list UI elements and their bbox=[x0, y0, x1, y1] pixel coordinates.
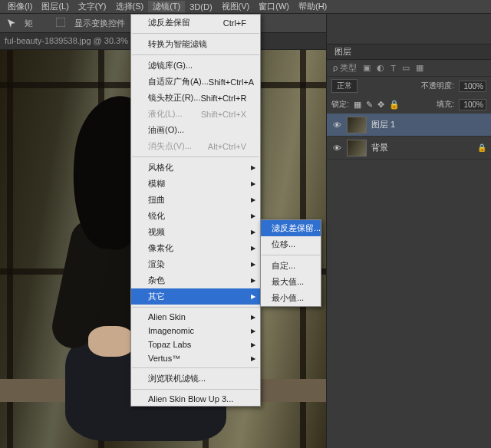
menu-select[interactable]: 选择(S) bbox=[111, 1, 149, 12]
collapsed-panel[interactable] bbox=[327, 14, 491, 44]
filter-other-submenu: 滤反差保留... 位移... 自定... 最大值... 最小值... bbox=[260, 219, 321, 307]
menu-separator bbox=[132, 367, 259, 368]
menu-3d[interactable]: 3D(D) bbox=[185, 2, 216, 12]
checkbox-icon[interactable] bbox=[56, 18, 67, 28]
menubar: 图像(I) 图层(L) 文字(Y) 选择(S) 滤镜(T) 3D(D) 视图(V… bbox=[0, 0, 491, 14]
show-transform-label: 显示变换控件 bbox=[74, 18, 125, 29]
layers-list: 👁 图层 1 👁 背景 🔒 bbox=[327, 114, 491, 160]
other-custom[interactable]: 自定... bbox=[261, 258, 321, 274]
menu-help[interactable]: 帮助(H) bbox=[294, 1, 331, 12]
lock-transparent-icon[interactable]: ▦ bbox=[354, 100, 361, 110]
menu-image[interactable]: 图像(I) bbox=[3, 1, 37, 12]
svg-rect-0 bbox=[56, 18, 65, 27]
filter-other[interactable]: 其它 bbox=[131, 288, 260, 305]
lock-all-icon[interactable]: 🔒 bbox=[389, 100, 400, 110]
layers-panel-title: 图层 bbox=[334, 46, 351, 58]
menu-view[interactable]: 视图(V) bbox=[217, 1, 255, 12]
layers-panel: 图层 ρ 类型 ▣ ◐ T ▭ ▦ 正常 不透明度: 100% 锁定: ▦ ✎ … bbox=[327, 44, 491, 448]
lock-label: 锁定: bbox=[331, 99, 349, 110]
filter-imagenomic[interactable]: Imagenomic bbox=[131, 324, 260, 338]
filter-last[interactable]: 滤反差保留Ctrl+F bbox=[131, 15, 260, 31]
visibility-eye-icon[interactable]: 👁 bbox=[331, 120, 342, 130]
menu-type[interactable]: 文字(Y) bbox=[74, 1, 111, 12]
filter-adjust-icon[interactable]: ◐ bbox=[377, 63, 384, 73]
blend-opacity-row: 正常 不透明度: 100% bbox=[327, 77, 491, 95]
filter-pixel-icon[interactable]: ▣ bbox=[363, 63, 371, 73]
tool-preset-label: 矩 bbox=[25, 18, 33, 29]
layers-filter-row: ρ 类型 ▣ ◐ T ▭ ▦ bbox=[327, 60, 491, 77]
layer-name[interactable]: 背景 bbox=[371, 142, 388, 153]
filter-type-icon[interactable]: T bbox=[390, 64, 396, 73]
right-panel-column: 图层 ρ 类型 ▣ ◐ T ▭ ▦ 正常 不透明度: 100% 锁定: ▦ ✎ … bbox=[326, 14, 491, 448]
menu-filter[interactable]: 滤镜(T) bbox=[148, 1, 185, 12]
filter-smart-icon[interactable]: ▦ bbox=[416, 63, 423, 73]
layer-thumbnail[interactable] bbox=[347, 117, 367, 133]
lock-pixels-icon[interactable]: ✎ bbox=[366, 100, 373, 110]
filter-vanishing-point: 消失点(V)...Alt+Ctrl+V bbox=[131, 138, 260, 154]
filter-browse-online[interactable]: 浏览联机滤镜... bbox=[131, 371, 260, 387]
menu-separator bbox=[262, 255, 320, 255]
menu-separator bbox=[132, 156, 259, 157]
menu-separator bbox=[132, 307, 259, 308]
filter-vertus[interactable]: Vertus™ bbox=[131, 351, 260, 365]
filter-alien-skin[interactable]: Alien Skin bbox=[131, 310, 260, 324]
filter-noise[interactable]: 杂色 bbox=[131, 272, 260, 288]
filter-blur[interactable]: 模糊 bbox=[131, 176, 260, 192]
filter-oil-paint[interactable]: 油画(O)... bbox=[131, 122, 260, 138]
filter-render[interactable]: 渲染 bbox=[131, 256, 260, 272]
lock-icon: 🔒 bbox=[477, 143, 486, 152]
other-high-pass[interactable]: 滤反差保留... bbox=[261, 220, 321, 236]
blend-mode-select[interactable]: 正常 bbox=[331, 79, 358, 93]
filter-lens-correction[interactable]: 镜头校正(R)...Shift+Ctrl+R bbox=[131, 90, 260, 106]
filter-stylize[interactable]: 风格化 bbox=[131, 160, 260, 176]
move-tool-icon bbox=[6, 18, 17, 28]
filter-blowup3[interactable]: Alien Skin Blow Up 3... bbox=[131, 392, 260, 406]
fill-label: 填充: bbox=[437, 99, 454, 110]
other-offset[interactable]: 位移... bbox=[261, 236, 321, 252]
other-minimum[interactable]: 最小值... bbox=[261, 290, 321, 306]
filter-liquify: 液化(L)...Shift+Ctrl+X bbox=[131, 106, 260, 122]
filter-sharpen[interactable]: 锐化 bbox=[131, 208, 260, 224]
layer-row[interactable]: 👁 图层 1 bbox=[327, 114, 491, 137]
layer-name[interactable]: 图层 1 bbox=[371, 119, 395, 130]
lock-fill-row: 锁定: ▦ ✎ ✥ 🔒 填充: 100% bbox=[327, 95, 491, 114]
filter-shape-icon[interactable]: ▭ bbox=[402, 63, 410, 73]
menu-separator bbox=[132, 33, 259, 34]
lock-position-icon[interactable]: ✥ bbox=[377, 100, 384, 110]
filter-video[interactable]: 视频 bbox=[131, 224, 260, 240]
filter-menu: 滤反差保留Ctrl+F 转换为智能滤镜 滤镜库(G)... 自适应广角(A)..… bbox=[130, 14, 261, 407]
other-maximum[interactable]: 最大值... bbox=[261, 274, 321, 290]
filter-kind-icon[interactable]: ρ 类型 bbox=[333, 62, 357, 74]
filter-adaptive-wide[interactable]: 自适应广角(A)...Shift+Ctrl+A bbox=[131, 74, 260, 90]
layer-row[interactable]: 👁 背景 🔒 bbox=[327, 137, 491, 160]
filter-pixelate[interactable]: 像素化 bbox=[131, 240, 260, 256]
menu-separator bbox=[132, 389, 259, 390]
filter-gallery[interactable]: 滤镜库(G)... bbox=[131, 58, 260, 74]
menu-window[interactable]: 窗口(W) bbox=[254, 1, 294, 12]
visibility-eye-icon[interactable]: 👁 bbox=[331, 143, 342, 153]
opacity-label: 不透明度: bbox=[421, 81, 454, 91]
menu-separator bbox=[132, 54, 259, 55]
fill-value[interactable]: 100% bbox=[459, 99, 486, 110]
layer-thumbnail[interactable] bbox=[347, 140, 367, 156]
layers-panel-tab[interactable]: 图层 bbox=[327, 44, 491, 60]
filter-distort[interactable]: 扭曲 bbox=[131, 192, 260, 208]
filter-topaz-labs[interactable]: Topaz Labs bbox=[131, 338, 260, 351]
filter-convert-smart[interactable]: 转换为智能滤镜 bbox=[131, 36, 260, 52]
menu-layer[interactable]: 图层(L) bbox=[37, 1, 73, 12]
opacity-value[interactable]: 100% bbox=[459, 81, 486, 92]
